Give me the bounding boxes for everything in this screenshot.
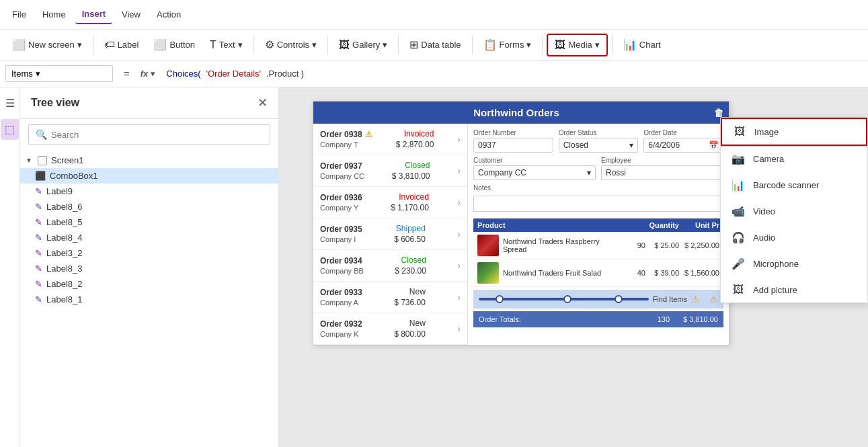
order-item-0937[interactable]: Order 0937 Company CC Closed $ 3,810.00 …	[313, 155, 467, 187]
dropdown-item-image[interactable]: 🖼 Image	[721, 118, 867, 146]
formula-input[interactable]: Choices( 'Order Details' .Product )	[161, 66, 863, 81]
formula-dropdown-label: Items	[11, 69, 33, 79]
tree-item-label85[interactable]: ✎ Label8_5	[20, 214, 278, 230]
order-item-0934[interactable]: Order 0934 Company BB Closed $ 230.00 ›	[313, 250, 467, 282]
col-header-quantity: Quantity	[639, 221, 679, 229]
order-chevron-0933: ›	[457, 292, 461, 302]
tree-item-label32[interactable]: ✎ Label3_2	[20, 245, 278, 261]
forms-button[interactable]: 📋 Forms ▾	[477, 34, 539, 55]
dropdown-item-camera[interactable]: 📷 Camera	[721, 146, 867, 172]
order-amount-0932: $ 800.00	[394, 329, 426, 339]
tree-panel: Tree view ✕ 🔍 ▼ Screen1 ⬛ ComboBox1 ✎ La…	[20, 87, 279, 447]
gallery-button[interactable]: 🖼 Gallery ▾	[332, 35, 394, 55]
tree-item-label81[interactable]: ✎ Label8_1	[20, 292, 278, 307]
formula-fx-area: fx ▾	[141, 69, 156, 79]
product-total-0: $ 2,250.00	[679, 241, 719, 249]
warn-icon-slider: ⚠	[691, 294, 700, 304]
order-company-0936: Company Y	[320, 204, 362, 212]
order-right-0937: Closed $ 3,810.00	[392, 161, 430, 181]
text-chevron: ▾	[238, 40, 243, 50]
detail-field-employee: Employee Rossi	[601, 157, 723, 180]
tree-item-label83[interactable]: ✎ Label8_3	[20, 261, 278, 276]
add-picture-icon: 🖼	[732, 284, 745, 296]
gallery-icon: 🖼	[339, 39, 350, 51]
formula-dropdown[interactable]: Items ▾	[5, 65, 113, 82]
tree-item-label86[interactable]: ✎ Label8_6	[20, 199, 278, 214]
chart-button[interactable]: 📊 Chart	[617, 34, 668, 55]
dropdown-label-microphone: Microphone	[753, 259, 799, 269]
detail-select-order-date[interactable]: 6/4/2006 📅	[643, 138, 723, 153]
order-number-0935: Order 0935	[320, 225, 362, 234]
tree-item-label82[interactable]: ✎ Label8_2	[20, 276, 278, 292]
chart-icon: 📊	[623, 38, 637, 51]
media-chevron: ▾	[595, 40, 600, 50]
text-button[interactable]: T Text ▾	[203, 35, 249, 55]
toolbar-sep-1	[93, 36, 93, 54]
detail-field-order-status: Order Status Closed ▾	[559, 129, 639, 153]
slider-thumb-right[interactable]	[615, 295, 623, 303]
menu-view[interactable]: View	[115, 5, 147, 24]
forms-chevron: ▾	[526, 40, 531, 50]
canvas-area: Northwind Orders 🗑 Order 0938 ⚠ Company …	[279, 87, 868, 447]
menu-action[interactable]: Action	[150, 5, 188, 24]
product-row-0: Northwind Traders Raspberry Spread 90 $ …	[473, 232, 723, 259]
order-status-0938: Invoiced	[404, 129, 434, 138]
slider-track[interactable]	[479, 298, 649, 300]
order-chevron-0936: ›	[457, 197, 461, 208]
new-screen-button[interactable]: ⬜ New screen ▾	[5, 34, 89, 55]
detail-field-order-number: Order Number 0937	[473, 129, 553, 153]
button-button[interactable]: ⬜ Button	[147, 34, 202, 55]
tree-close-button[interactable]: ✕	[258, 95, 268, 110]
tree-label-label84: Label8_4	[46, 233, 83, 243]
tree-item-combobox1[interactable]: ⬛ ComboBox1	[20, 168, 278, 184]
sidebar-menu-icon[interactable]: ☰	[1, 93, 19, 114]
tree-icon-label85: ✎	[35, 217, 42, 227]
order-right-0934: Closed $ 230.00	[395, 255, 426, 276]
menu-insert[interactable]: Insert	[75, 5, 112, 24]
dropdown-item-audio[interactable]: 🎧 Audio	[721, 225, 867, 251]
slider-thumb-mid[interactable]	[563, 295, 571, 303]
search-input[interactable]	[51, 130, 263, 140]
detail-select-order-status[interactable]: Closed ▾	[559, 138, 639, 153]
order-item-0933[interactable]: Order 0933 Company A New $ 736.00 ›	[313, 282, 467, 313]
search-icon: 🔍	[36, 129, 47, 140]
order-company-0937: Company CC	[320, 172, 364, 180]
order-left-0936: Order 0936 Company Y	[320, 193, 362, 212]
order-item-0935[interactable]: Order 0935 Company I Shipped $ 606.50 ›	[313, 218, 467, 250]
tree-icon-combo: ⬛	[35, 171, 46, 181]
menu-home[interactable]: Home	[36, 5, 73, 24]
toolbar-sep-6	[542, 36, 543, 54]
dropdown-item-video[interactable]: 📹 Video	[721, 198, 867, 225]
product-price-1: $ 39.00	[645, 269, 679, 277]
col-header-price: Unit Pr	[679, 221, 719, 229]
tree-item-label9[interactable]: ✎ Label9	[20, 184, 278, 199]
menu-file[interactable]: File	[5, 5, 33, 24]
formula-string: 'Order Details'	[206, 69, 261, 79]
dropdown-item-barcode[interactable]: 📊 Barcode scanner	[721, 172, 867, 198]
label-button[interactable]: 🏷 Label	[97, 35, 146, 55]
dropdown-item-microphone[interactable]: 🎤 Microphone	[721, 251, 867, 277]
order-right-0933: New $ 736.00	[394, 287, 426, 307]
tree-content: ▼ Screen1 ⬛ ComboBox1 ✎ Label9 ✎ Label8_…	[20, 150, 278, 447]
data-table-button[interactable]: ⊞ Data table	[403, 34, 467, 55]
sidebar-layers-icon[interactable]: ⬚	[1, 119, 19, 140]
notes-input[interactable]	[473, 196, 723, 212]
dropdown-item-add-picture[interactable]: 🖼 Add picture	[721, 277, 867, 302]
order-item-0936[interactable]: Order 0936 Company Y Invoiced $ 1,170.00…	[313, 187, 467, 218]
controls-button[interactable]: ⚙ Controls ▾	[258, 34, 323, 55]
product-total-1: $ 1,560.00	[679, 269, 719, 277]
detail-select-customer[interactable]: Company CC ▾	[473, 165, 596, 180]
text-icon: T	[210, 39, 216, 51]
order-right-0938: Invoiced $ 2,870.00	[396, 129, 434, 149]
tree-item-label84[interactable]: ✎ Label8_4	[20, 230, 278, 245]
order-left-0933: Order 0933 Company A	[320, 288, 362, 307]
order-item-0938[interactable]: Order 0938 ⚠ Company T Invoiced $ 2,870.…	[313, 124, 467, 155]
camera-icon: 📷	[732, 153, 745, 165]
detail-label-order-date: Order Date	[643, 129, 723, 136]
media-button[interactable]: 🖼 Media ▾	[547, 34, 607, 56]
slider-thumb-left[interactable]	[496, 295, 504, 303]
tree-icon-label83: ✎	[35, 263, 42, 274]
order-item-0932[interactable]: Order 0932 Company K New $ 800.00 ›	[313, 313, 467, 345]
tree-label-label81: Label8_1	[46, 294, 83, 304]
tree-item-screen1[interactable]: ▼ Screen1	[20, 153, 278, 168]
